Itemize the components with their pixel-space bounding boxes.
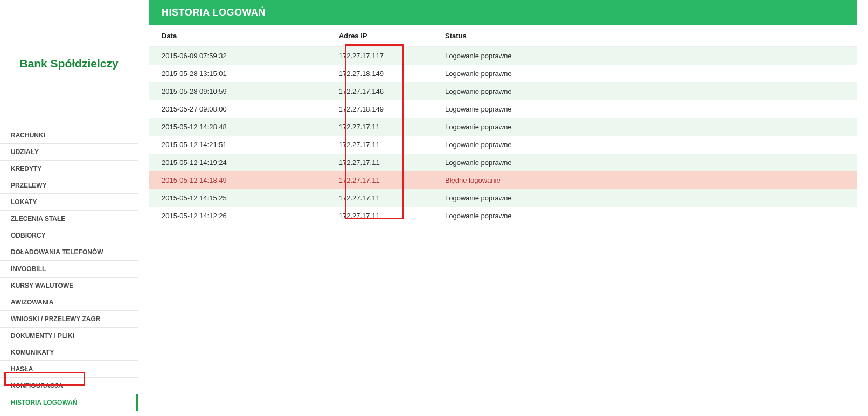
sidebar-item-kursy-walutowe[interactable]: KURSY WALUTOWE (0, 278, 138, 294)
table-row: 2015-05-12 14:15:25172.27.17.11Logowanie… (149, 189, 857, 207)
column-header-date: Data (149, 25, 326, 47)
cell-ip: 172.27.17.117 (326, 47, 432, 65)
sidebar-item-dokumenty-i-pliki[interactable]: DOKUMENTY I PLIKI (0, 328, 138, 344)
cell-date: 2015-05-12 14:18:49 (149, 171, 326, 189)
cell-status: Błędne logowanie (432, 171, 857, 189)
cell-date: 2015-05-12 14:19:24 (149, 154, 326, 171)
sidebar-item-kredyty[interactable]: KREDYTY (0, 161, 138, 177)
cell-ip: 172.27.18.149 (326, 65, 432, 82)
cell-status: Logowanie poprawne (432, 136, 857, 154)
cell-ip: 172.27.17.146 (326, 82, 432, 100)
sidebar-item-do-adowania-telefon-w[interactable]: DOŁADOWANIA TELEFONÓW (0, 244, 138, 261)
table-row: 2015-05-27 09:08:00172.27.18.149Logowani… (149, 100, 857, 118)
cell-ip: 172.27.17.11 (326, 154, 432, 171)
login-history-table: Data Adres IP Status 2015-06-09 07:59:32… (149, 25, 857, 225)
table-row: 2015-05-12 14:18:49172.27.17.11Błędne lo… (149, 171, 857, 189)
cell-ip: 172.27.17.11 (326, 207, 432, 225)
sidebar-item-udzia-y[interactable]: UDZIAŁY (0, 144, 138, 161)
cell-status: Logowanie poprawne (432, 154, 857, 171)
cell-date: 2015-05-12 14:28:48 (149, 118, 326, 136)
cell-date: 2015-05-12 14:21:51 (149, 136, 326, 154)
cell-date: 2015-05-28 13:15:01 (149, 65, 326, 82)
sidebar-item-konfiguracja[interactable]: KONFIGURACJA (0, 378, 138, 394)
cell-date: 2015-05-12 14:15:25 (149, 189, 326, 207)
cell-status: Logowanie poprawne (432, 100, 857, 118)
cell-ip: 172.27.17.11 (326, 118, 432, 136)
cell-status: Logowanie poprawne (432, 47, 857, 65)
sidebar-item-wyloguj[interactable]: WYLOGUJ (0, 411, 138, 416)
column-header-status: Status (432, 25, 857, 47)
table-row: 2015-05-12 14:28:48172.27.17.11Logowanie… (149, 118, 857, 136)
cell-date: 2015-05-12 14:12:26 (149, 207, 326, 225)
sidebar-item-awizowania[interactable]: AWIZOWANIA (0, 294, 138, 311)
sidebar-item-rachunki[interactable]: RACHUNKI (0, 127, 138, 144)
sidebar-item-lokaty[interactable]: LOKATY (0, 194, 138, 211)
table-row: 2015-05-12 14:19:24172.27.17.11Logowanie… (149, 154, 857, 171)
sidebar-item-komunikaty[interactable]: KOMUNIKATY (0, 344, 138, 361)
table-row: 2015-05-28 13:15:01172.27.18.149Logowani… (149, 65, 857, 82)
cell-ip: 172.27.17.11 (326, 171, 432, 189)
cell-status: Logowanie poprawne (432, 118, 857, 136)
cell-date: 2015-05-27 09:08:00 (149, 100, 326, 118)
table-header-row: Data Adres IP Status (149, 25, 857, 47)
page-title: HISTORIA LOGOWAŃ (149, 0, 857, 25)
sidebar-item-odbiorcy[interactable]: ODBIORCY (0, 227, 138, 244)
table-row: 2015-05-12 14:12:26172.27.17.11Logowanie… (149, 207, 857, 225)
main-content: HISTORIA LOGOWAŃ Data Adres IP Status 20… (138, 0, 868, 416)
sidebar: Bank Spółdzielczy RACHUNKIUDZIAŁYKREDYTY… (0, 0, 138, 416)
table-row: 2015-05-12 14:21:51172.27.17.11Logowanie… (149, 136, 857, 154)
nav-list: RACHUNKIUDZIAŁYKREDYTYPRZELEWYLOKATYZLEC… (0, 127, 138, 416)
sidebar-item-zlecenia-sta-e[interactable]: ZLECENIA STAŁE (0, 211, 138, 227)
column-header-ip: Adres IP (326, 25, 432, 47)
cell-ip: 172.27.18.149 (326, 100, 432, 118)
cell-date: 2015-05-28 09:10:59 (149, 82, 326, 100)
cell-date: 2015-06-09 07:59:32 (149, 47, 326, 65)
cell-status: Logowanie poprawne (432, 207, 857, 225)
table-row: 2015-05-28 09:10:59172.27.17.146Logowani… (149, 82, 857, 100)
brand-logo: Bank Spółdzielczy (0, 0, 138, 127)
login-history-panel: HISTORIA LOGOWAŃ Data Adres IP Status 20… (149, 0, 857, 225)
sidebar-item-historia-logowa-[interactable]: HISTORIA LOGOWAŃ (0, 394, 138, 411)
table-row: 2015-06-09 07:59:32172.27.17.117Logowani… (149, 47, 857, 65)
cell-status: Logowanie poprawne (432, 65, 857, 82)
cell-status: Logowanie poprawne (432, 189, 857, 207)
sidebar-item-przelewy[interactable]: PRZELEWY (0, 177, 138, 194)
cell-ip: 172.27.17.11 (326, 189, 432, 207)
sidebar-item-has-a[interactable]: HASŁA (0, 361, 138, 378)
sidebar-item-wnioski-przelewy-zagr[interactable]: WNIOSKI / PRZELEWY ZAGR (0, 311, 138, 328)
cell-status: Logowanie poprawne (432, 82, 857, 100)
sidebar-item-invoobill[interactable]: INVOOBILL (0, 261, 138, 278)
cell-ip: 172.27.17.11 (326, 136, 432, 154)
